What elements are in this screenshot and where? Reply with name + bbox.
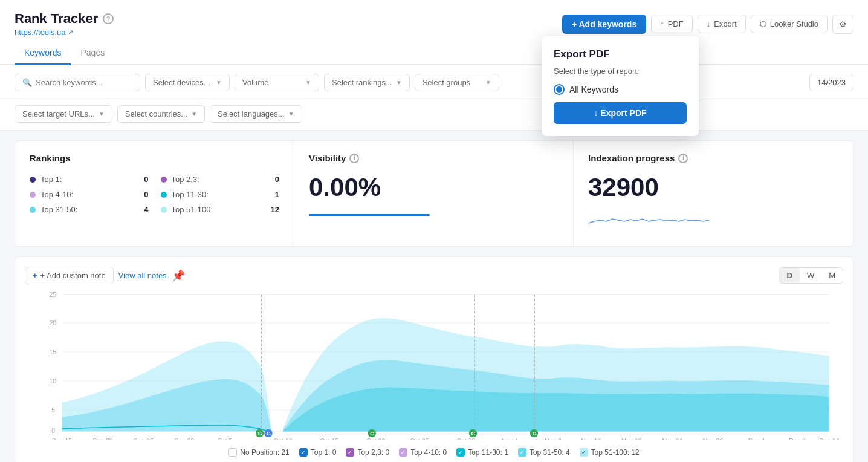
top410-dot [30, 192, 36, 198]
visibility-chart [309, 214, 559, 216]
top1130-label: Top 11-30: [172, 190, 270, 199]
g-label-3: G [370, 431, 374, 437]
top410-label: Top 4-10: [40, 190, 139, 199]
search-keywords-input[interactable] [36, 78, 132, 87]
ranking-item-top3150: Top 31-50: 4 [30, 203, 149, 216]
x-dec14: Dec 14 [819, 437, 840, 440]
legend-top23-label: Top 2,3: 0 [357, 448, 389, 457]
indexation-title: Indexation progress i [588, 153, 838, 163]
volume-filter[interactable]: Volume ▼ [235, 74, 319, 91]
settings-button[interactable]: ⚙ [832, 15, 853, 34]
tab-pages[interactable]: Pages [71, 42, 114, 65]
x-oct20: Oct 20 [366, 437, 385, 440]
devices-label: Select devices... [153, 78, 210, 87]
filters-row1: 🔍 Select devices... ▼ Volume ▼ Select ra… [0, 65, 868, 100]
legend-no-position: No Position: 21 [228, 448, 289, 457]
date-range[interactable]: 14/2023 [809, 74, 853, 91]
add-keywords-button[interactable]: + Add keywords [562, 15, 646, 34]
top1-value: 0 [144, 175, 148, 184]
top23-dot [161, 177, 167, 183]
legend-top1: ✓ Top 1: 0 [299, 448, 337, 457]
filters-row2: Select target URLs... ▼ Select countries… [0, 100, 868, 130]
looker-button[interactable]: ⬡ Looker Studio [751, 15, 828, 33]
top51100-label: Top 51-100: [172, 205, 266, 214]
ranking-item-top1130: Top 11-30: 1 [161, 188, 280, 201]
top51100-dot [161, 207, 167, 213]
tab-keywords[interactable]: Keywords [15, 42, 71, 65]
chart-legend: No Position: 21 ✓ Top 1: 0 ✓ Top 2,3: 0 … [25, 442, 843, 460]
search-icon: 🔍 [22, 78, 32, 87]
legend-top1130-checkbox[interactable]: ✓ [456, 448, 465, 457]
top23-value: 0 [275, 175, 279, 184]
visibility-info-icon[interactable]: i [349, 154, 359, 163]
legend-top51100-checkbox[interactable]: ✓ [580, 448, 588, 457]
g-label-2: G [267, 431, 271, 437]
chart-actions: + + Add custom note View all notes 📌 [25, 267, 185, 284]
languages-chevron-icon: ▼ [288, 111, 294, 117]
x-sep15: Sep 15 [52, 437, 73, 440]
devices-filter[interactable]: Select devices... ▼ [145, 74, 230, 91]
external-link-icon: ↗ [68, 28, 73, 36]
export-icon: ↓ [707, 19, 711, 28]
top23-label: Top 2,3: [172, 175, 270, 184]
tabs-container: Keywords Pages [0, 42, 868, 65]
site-url[interactable]: https://tools.ua ↗ [15, 28, 114, 37]
groups-chevron-icon: ▼ [485, 79, 491, 86]
indexation-info-icon[interactable]: i [678, 154, 688, 163]
period-week-button[interactable]: W [800, 268, 821, 283]
y-label-5: 5 [51, 406, 55, 414]
period-month-button[interactable]: M [821, 268, 843, 283]
ranking-item-top51100: Top 51-100: 12 [161, 203, 280, 216]
x-nov9: Nov 9 [545, 437, 562, 440]
export-pdf-button[interactable]: ↓ Export PDF [554, 102, 687, 124]
legend-top3150-label: Top 31-50: 4 [530, 448, 570, 457]
legend-top1-checkbox[interactable]: ✓ [299, 448, 308, 457]
legend-top3150: ✓ Top 31-50: 4 [518, 448, 570, 457]
export-pdf-subtitle: Select the type of report: [554, 67, 687, 76]
radio-label: All Keywords [569, 85, 618, 94]
legend-top23-checkbox[interactable]: ✓ [346, 448, 354, 457]
top1130-value: 1 [275, 190, 279, 199]
legend-top1130: ✓ Top 11-30: 1 [456, 448, 508, 457]
pdf-button[interactable]: ↑ PDF [651, 15, 693, 33]
export-pdf-title: Export PDF [554, 48, 687, 60]
x-sep20: Sep 20 [92, 437, 113, 440]
legend-top23: ✓ Top 2,3: 0 [346, 448, 389, 457]
looker-icon: ⬡ [760, 19, 766, 28]
groups-filter[interactable]: Select groups ▼ [415, 74, 499, 91]
pdf-label: PDF [668, 19, 684, 28]
languages-filter[interactable]: Select languages... ▼ [210, 105, 302, 123]
chart-controls: + + Add custom note View all notes 📌 D W… [25, 267, 843, 284]
legend-top410-checkbox[interactable]: ✓ [399, 448, 407, 457]
target-urls-chevron-icon: ▼ [99, 111, 105, 117]
search-input-wrapper[interactable]: 🔍 [15, 74, 140, 91]
legend-no-position-checkbox[interactable] [228, 448, 237, 457]
indexation-card: Indexation progress i 32900 [574, 141, 853, 246]
countries-filter[interactable]: Select countries... ▼ [117, 105, 205, 123]
title-text: Rank Tracker [15, 11, 98, 27]
target-urls-filter[interactable]: Select target URLs... ▼ [15, 105, 112, 123]
rankings-filter[interactable]: Select rankings... ▼ [324, 74, 410, 91]
indexation-value: 32900 [588, 173, 838, 202]
y-label-25: 25 [49, 291, 56, 298]
rankings-label: Select rankings... [332, 78, 392, 87]
export-button[interactable]: ↓ Export [698, 15, 746, 33]
x-oct30: Oct 30 [456, 437, 475, 440]
pin-icon[interactable]: 📌 [172, 269, 185, 282]
stats-cards: Rankings Top 1: 0 Top 2,3: 0 Top 4-10: 0 [15, 140, 853, 247]
x-oct5: Oct 5 [217, 437, 232, 440]
radio-all-keywords[interactable]: All Keywords [554, 84, 687, 95]
add-custom-note-button[interactable]: + + Add custom note [25, 267, 114, 284]
help-icon[interactable]: ? [103, 13, 114, 24]
top51100-value: 12 [271, 205, 279, 214]
view-all-notes-button[interactable]: View all notes [118, 271, 167, 280]
rankings-title: Rankings [30, 153, 279, 163]
legend-top410: ✓ Top 4-10: 0 [399, 448, 447, 457]
period-day-button[interactable]: D [779, 268, 799, 283]
x-dec4: Dec 4 [748, 437, 765, 440]
legend-top3150-checkbox[interactable]: ✓ [518, 448, 526, 457]
top410-value: 0 [144, 190, 148, 199]
page-title: Rank Tracker ? [15, 11, 114, 27]
chart-period-selector: D W M [779, 267, 843, 284]
devices-chevron-icon: ▼ [216, 79, 222, 86]
